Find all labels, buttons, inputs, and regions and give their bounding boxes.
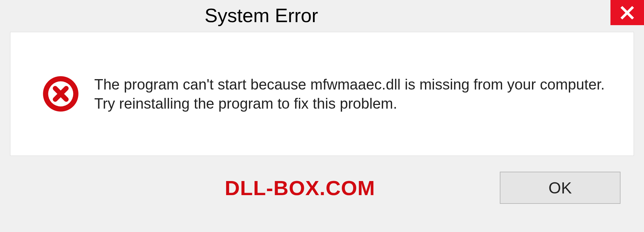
ok-button-label: OK	[548, 179, 572, 197]
footer: DLL-BOX.COM OK	[10, 156, 634, 220]
close-icon	[620, 5, 635, 20]
ok-button[interactable]: OK	[500, 172, 621, 204]
error-message: The program can't start because mfwmaaec…	[94, 75, 634, 113]
dialog-title: System Error	[205, 4, 318, 26]
watermark-text: DLL-BOX.COM	[225, 176, 375, 200]
titlebar: System Error	[0, 0, 644, 32]
close-button[interactable]	[610, 0, 644, 25]
error-circle-x-icon	[42, 75, 79, 112]
content-panel: The program can't start because mfwmaaec…	[10, 32, 634, 156]
